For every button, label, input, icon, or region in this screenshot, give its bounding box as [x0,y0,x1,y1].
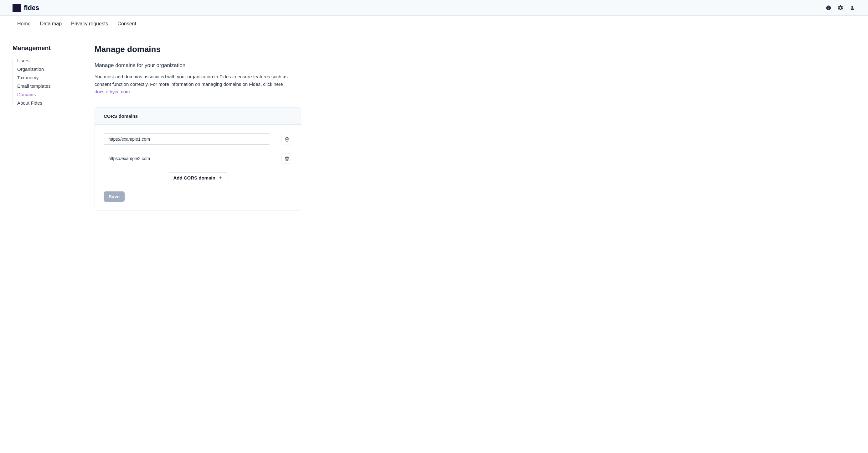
trash-icon [285,156,289,161]
nav-consent[interactable]: Consent [117,21,136,27]
help-icon[interactable] [826,5,832,11]
card-body: Add CORS domain Save [95,125,301,211]
user-icon[interactable] [849,5,856,11]
main-container: Management Users Organization Taxonomy E… [0,32,868,223]
logo-icon [12,4,21,12]
page-description: You must add domains associated with you… [95,73,301,95]
brand-logo[interactable]: fides [12,4,39,12]
sidebar-item-about-fides[interactable]: About Fides [17,100,95,105]
card-title: CORS domains [104,113,292,119]
save-button[interactable]: Save [104,191,125,202]
domain-input-2[interactable] [104,153,270,164]
delete-domain-button[interactable] [281,153,292,164]
sidebar-item-domains[interactable]: Domains [17,92,95,97]
sidebar-item-taxonomy[interactable]: Taxonomy [17,75,95,80]
brand-name: fides [24,4,39,12]
sidebar-title: Management [12,44,95,52]
description-text-1: You must add domains associated with you… [95,74,287,87]
svg-point-1 [851,6,853,8]
add-button-row: Add CORS domain [104,172,292,183]
cors-domains-card: CORS domains [95,108,301,211]
top-header: fides [0,0,868,16]
svg-point-0 [826,5,831,10]
main-nav: Home Data map Privacy requests Consent [0,16,868,32]
nav-home[interactable]: Home [17,21,31,27]
gear-icon[interactable] [837,5,844,11]
nav-data-map[interactable]: Data map [40,21,62,27]
sidebar-nav: Users Organization Taxonomy Email templa… [12,58,95,105]
sidebar: Management Users Organization Taxonomy E… [12,44,95,211]
delete-domain-button[interactable] [281,134,292,144]
trash-icon [285,137,289,142]
domain-input-1[interactable] [104,133,270,145]
domain-row [104,153,292,164]
content-area: Manage domains Manage domains for your o… [95,44,301,211]
nav-privacy-requests[interactable]: Privacy requests [71,21,108,27]
sidebar-item-organization[interactable]: Organization [17,66,95,72]
page-subtitle: Manage domains for your organization [95,62,301,69]
add-cors-domain-button[interactable]: Add CORS domain [168,172,228,183]
header-icons [826,5,856,11]
add-button-label: Add CORS domain [173,175,215,180]
description-text-2: . [130,89,131,94]
plus-icon [218,175,223,180]
page-title: Manage domains [95,44,301,54]
sidebar-item-email-templates[interactable]: Email templates [17,83,95,89]
domain-row [104,133,292,145]
docs-link[interactable]: docs.ethyca.com [95,89,130,94]
card-header: CORS domains [95,108,301,125]
sidebar-item-users[interactable]: Users [17,58,95,63]
